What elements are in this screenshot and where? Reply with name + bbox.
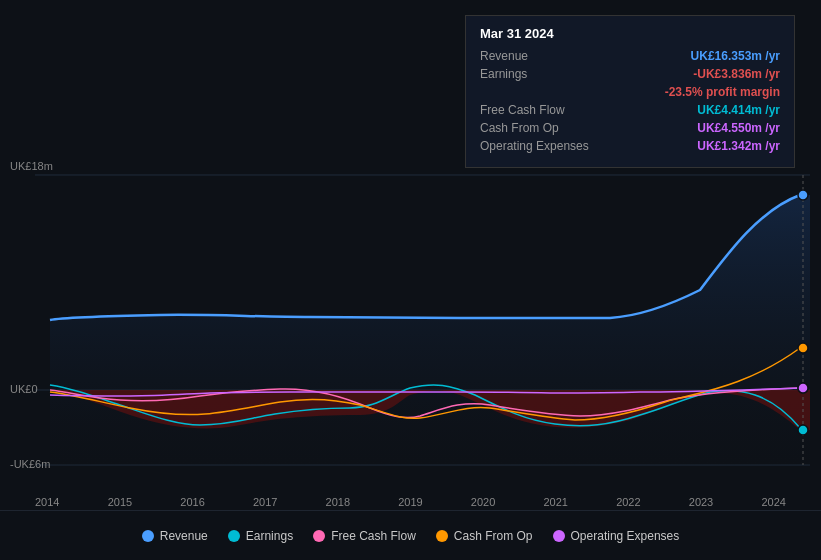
tooltip-margin-value: -23.5% profit margin xyxy=(665,85,780,99)
x-label-2016: 2016 xyxy=(180,496,204,508)
x-label-2019: 2019 xyxy=(398,496,422,508)
legend-label-fcf: Free Cash Flow xyxy=(331,529,416,543)
x-label-2022: 2022 xyxy=(616,496,640,508)
x-label-2017: 2017 xyxy=(253,496,277,508)
tooltip-label-earnings: Earnings xyxy=(480,67,600,81)
tooltip-row-revenue: Revenue UK£16.353m /yr xyxy=(480,49,780,63)
y-axis-top-label: UK£18m xyxy=(10,160,53,172)
x-label-2021: 2021 xyxy=(543,496,567,508)
tooltip-title: Mar 31 2024 xyxy=(480,26,780,41)
x-label-2020: 2020 xyxy=(471,496,495,508)
legend-label-revenue: Revenue xyxy=(160,529,208,543)
legend-item-earnings[interactable]: Earnings xyxy=(228,529,293,543)
legend-dot-fcf xyxy=(313,530,325,542)
y-axis-mid-label: UK£0 xyxy=(10,383,38,395)
x-label-2024: 2024 xyxy=(761,496,785,508)
x-axis-labels: 2014 2015 2016 2017 2018 2019 2020 2021 … xyxy=(0,496,821,508)
legend-item-cashfromop[interactable]: Cash From Op xyxy=(436,529,533,543)
legend-dot-cashfromop xyxy=(436,530,448,542)
legend-dot-opex xyxy=(553,530,565,542)
chart-legend: Revenue Earnings Free Cash Flow Cash Fro… xyxy=(0,510,821,560)
tooltip-row-cashfromop: Cash From Op UK£4.550m /yr xyxy=(480,121,780,135)
tooltip-value-cashfromop: UK£4.550m /yr xyxy=(697,121,780,135)
tooltip-label-opex: Operating Expenses xyxy=(480,139,600,153)
legend-item-opex[interactable]: Operating Expenses xyxy=(553,529,680,543)
x-label-2018: 2018 xyxy=(326,496,350,508)
tooltip-row-opex: Operating Expenses UK£1.342m /yr xyxy=(480,139,780,153)
tooltip-row-fcf: Free Cash Flow UK£4.414m /yr xyxy=(480,103,780,117)
x-label-2014: 2014 xyxy=(35,496,59,508)
tooltip-row-earnings: Earnings -UK£3.836m /yr xyxy=(480,67,780,81)
legend-label-cashfromop: Cash From Op xyxy=(454,529,533,543)
tooltip-value-fcf: UK£4.414m /yr xyxy=(697,103,780,117)
legend-item-revenue[interactable]: Revenue xyxy=(142,529,208,543)
legend-item-fcf[interactable]: Free Cash Flow xyxy=(313,529,416,543)
legend-dot-earnings xyxy=(228,530,240,542)
tooltip-label-revenue: Revenue xyxy=(480,49,600,63)
x-label-2015: 2015 xyxy=(108,496,132,508)
svg-point-6 xyxy=(798,425,808,435)
legend-label-earnings: Earnings xyxy=(246,529,293,543)
tooltip-value-earnings: -UK£3.836m /yr xyxy=(693,67,780,81)
svg-point-8 xyxy=(798,343,808,353)
tooltip-label-fcf: Free Cash Flow xyxy=(480,103,600,117)
tooltip-box: Mar 31 2024 Revenue UK£16.353m /yr Earni… xyxy=(465,15,795,168)
x-label-2023: 2023 xyxy=(689,496,713,508)
tooltip-label-cashfromop: Cash From Op xyxy=(480,121,600,135)
y-axis-bot-label: -UK£6m xyxy=(10,458,50,470)
legend-dot-revenue xyxy=(142,530,154,542)
svg-point-9 xyxy=(798,383,808,393)
tooltip-value-revenue: UK£16.353m /yr xyxy=(691,49,780,63)
tooltip-value-opex: UK£1.342m /yr xyxy=(697,139,780,153)
tooltip-subrow-margin: -23.5% profit margin xyxy=(480,85,780,99)
legend-label-opex: Operating Expenses xyxy=(571,529,680,543)
svg-point-5 xyxy=(798,190,808,200)
